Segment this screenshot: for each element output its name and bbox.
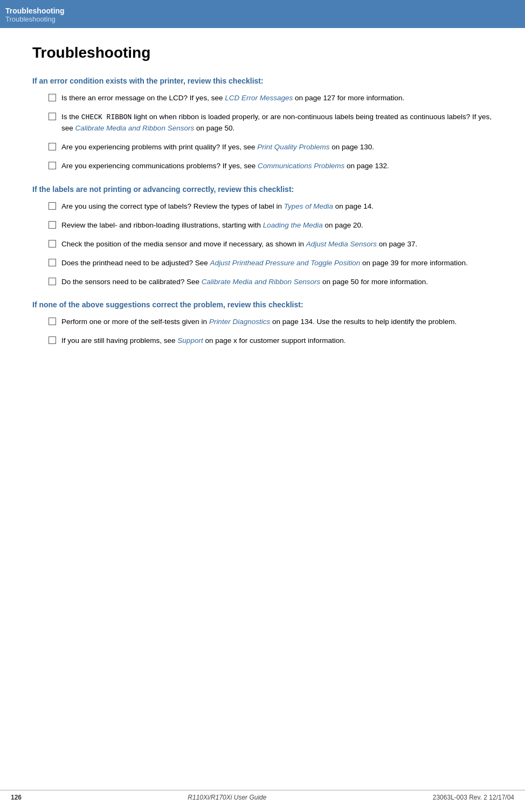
section-1: If an error condition exists with the pr… [32,77,493,172]
breadcrumb-title: Troubleshooting [5,6,65,15]
item-text-6: Review the label- and ribbon-loading ill… [61,220,493,231]
page-footer: 126 R110Xi/R170Xi User Guide 23063L-003 … [0,790,525,801]
section-3-heading: If none of the above suggestions correct… [32,300,493,309]
list-item: Review the label- and ribbon-loading ill… [49,220,493,231]
page-title: Troubleshooting [32,44,493,61]
breadcrumb-subtitle: Troubleshooting [5,15,56,23]
link-loading-media[interactable]: Loading the Media [263,221,323,229]
checkbox-7[interactable] [49,240,56,247]
item-text-8: Does the printhead need to be adjusted? … [61,258,493,269]
item-text-4: Are you experiencing communications prob… [61,161,493,172]
checkbox-10[interactable] [49,318,56,325]
checkbox-1[interactable] [49,94,56,101]
section-3-checklist: Perform one or more of the self-tests gi… [49,316,493,347]
list-item: Are you using the correct type of labels… [49,201,493,212]
footer-center-text: R110Xi/R170Xi User Guide [188,794,266,801]
checkbox-4[interactable] [49,162,56,169]
checkbox-8[interactable] [49,259,56,266]
list-item: Check the position of the media sensor a… [49,239,493,250]
link-support[interactable]: Support [177,336,203,345]
link-adjust-media-sensors[interactable]: Adjust Media Sensors [306,240,377,248]
item-text-5: Are you using the correct type of labels… [61,201,493,212]
section-1-heading: If an error condition exists with the pr… [32,77,493,85]
link-lcd-error[interactable]: LCD Error Messages [225,94,293,102]
item-text-7: Check the position of the media sensor a… [61,239,493,250]
item-text-3: Are you experiencing problems with print… [61,142,493,153]
item-text-11: If you are still having problems, see Su… [61,335,493,347]
mono-check-ribbon: CHECK RIBBON [81,113,132,121]
link-printer-diagnostics[interactable]: Printer Diagnostics [209,318,270,326]
section-1-checklist: Is there an error message on the LCD? If… [49,93,493,172]
footer-right-text: 23063L-003 Rev. 2 12/17/04 [433,794,514,801]
list-item: Are you experiencing communications prob… [49,161,493,172]
item-text-9: Do the sensors need to be calibrated? Se… [61,277,493,288]
checkbox-3[interactable] [49,143,56,150]
link-calibrate-media-1[interactable]: Calibrate Media and Ribbon Sensors [75,124,195,132]
item-text-10: Perform one or more of the self-tests gi… [61,316,493,328]
list-item: Are you experiencing problems with print… [49,142,493,153]
section-2: If the labels are not printing or advanc… [32,185,493,288]
list-item: Does the printhead need to be adjusted? … [49,258,493,269]
item-text-2: Is the CHECK RIBBON light on when ribbon… [61,112,493,134]
main-content: Troubleshooting If an error condition ex… [0,28,525,390]
list-item: Do the sensors need to be calibrated? Se… [49,277,493,288]
list-item: Is there an error message on the LCD? If… [49,93,493,104]
list-item: Perform one or more of the self-tests gi… [49,316,493,328]
checkbox-11[interactable] [49,336,56,344]
section-2-checklist: Are you using the correct type of labels… [49,201,493,288]
checkbox-2[interactable] [49,113,56,120]
link-adjust-printhead[interactable]: Adjust Printhead Pressure and Toggle Pos… [210,259,360,267]
breadcrumb-bar: Troubleshooting Troubleshooting [0,0,525,28]
link-calibrate-media-2[interactable]: Calibrate Media and Ribbon Sensors [202,278,321,286]
section-3: If none of the above suggestions correct… [32,300,493,347]
link-comms-problems[interactable]: Communications Problems [258,162,344,170]
item-text-1: Is there an error message on the LCD? If… [61,93,493,104]
list-item: Is the CHECK RIBBON light on when ribbon… [49,112,493,134]
checkbox-5[interactable] [49,202,56,210]
checkbox-9[interactable] [49,278,56,285]
list-item: If you are still having problems, see Su… [49,335,493,347]
link-types-of-media[interactable]: Types of Media [284,202,333,210]
link-print-quality[interactable]: Print Quality Problems [257,143,329,151]
footer-page-number: 126 [11,794,22,801]
section-2-heading: If the labels are not printing or advanc… [32,185,493,194]
checkbox-6[interactable] [49,221,56,229]
